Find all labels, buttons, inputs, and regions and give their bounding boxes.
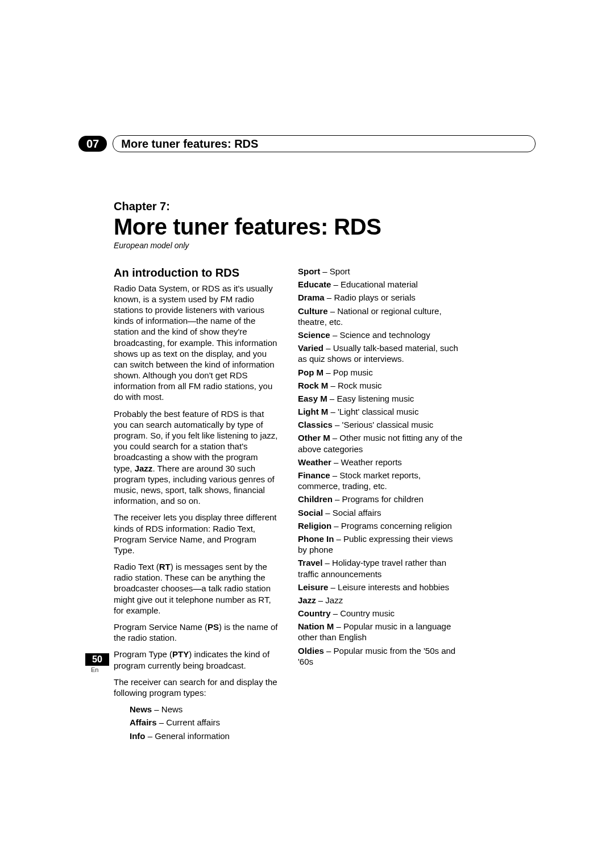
program-type-term: Pop M [298, 368, 323, 377]
page: 07 More tuner features: RDS Chapter 7: M… [0, 0, 614, 868]
text: Program Type ( [114, 649, 172, 659]
program-type-term: Light M [298, 407, 328, 416]
program-type-term: Rock M [298, 381, 328, 390]
program-type-item: Light M – 'Light' classical music [298, 406, 463, 417]
program-type-desc: – Pop music [323, 368, 373, 377]
program-type-desc: – Leisure interests and hobbies [328, 582, 449, 592]
program-type-desc: – 'Light' classical music [328, 407, 418, 416]
section-heading: An introduction to RDS [114, 266, 279, 281]
program-type-term: Other M [298, 433, 330, 443]
program-type-item: Easy M – Easy listening music [298, 393, 463, 404]
program-type-item: Children – Programs for children [298, 494, 463, 504]
running-header: 07 More tuner features: RDS [78, 135, 536, 152]
program-type-term: Nation M [298, 621, 334, 631]
program-type-desc: – Sport [320, 266, 350, 276]
program-type-item: Culture – National or regional culture, … [298, 306, 463, 327]
program-type-item: Educate – Educational material [298, 279, 463, 290]
program-type-item: Country – Country music [298, 608, 463, 619]
program-type-item: Oldies – Popular music from the '50s and… [298, 645, 463, 667]
program-type-term: Leisure [298, 582, 328, 592]
page-number-badge: 50 [85, 653, 109, 666]
program-type-term: Country [298, 608, 331, 618]
program-type-item: Religion – Programs concerning religion [298, 520, 463, 531]
program-type-item: Other M – Other music not fitting any of… [298, 432, 463, 454]
program-type-desc: – Jazz [316, 595, 343, 605]
program-type-term: Phone In [298, 534, 334, 544]
program-type-term: Varied [298, 343, 323, 353]
program-type-term: Classics [298, 420, 333, 429]
program-type-item: Classics – 'Serious' classical music [298, 419, 463, 430]
program-type-term: Oldies [298, 646, 324, 656]
bold-term: PTY [172, 649, 189, 659]
program-type-desc: – News [152, 704, 182, 714]
program-type-desc: – Radio plays or serials [325, 293, 416, 302]
text: Program Service Name ( [114, 622, 208, 632]
program-type-term: Drama [298, 293, 325, 302]
paragraph: Radio Data System, or RDS as it's usuall… [114, 283, 279, 403]
program-type-term: Educate [298, 279, 331, 289]
chapter-title: More tuner features: RDS [114, 214, 534, 240]
program-type-term: Travel [298, 558, 322, 567]
bold-term: PS [208, 622, 219, 632]
paragraph: Radio Text (RT) is messages sent by the … [114, 561, 279, 616]
program-type-item: Finance – Stock market reports, commerce… [298, 470, 463, 491]
program-type-item: Leisure – Leisure interests and hobbies [298, 582, 463, 592]
program-type-desc: – Programs for children [333, 494, 424, 504]
program-type-term: Finance [298, 470, 330, 480]
program-type-term: Info [130, 731, 146, 741]
paragraph: Probably the best feature of RDS is that… [114, 408, 279, 507]
program-type-term: Jazz [298, 595, 316, 605]
program-type-desc: – Country music [331, 608, 395, 618]
chapter-label: Chapter 7: [114, 200, 534, 213]
program-type-item: Rock M – Rock music [298, 380, 463, 391]
program-type-item: News – News [130, 704, 279, 715]
program-type-term: Sport [298, 266, 320, 276]
paragraph: The receiver can search for and display … [114, 677, 279, 698]
program-types-right: Sport – SportEducate – Educational mater… [298, 266, 463, 667]
program-type-item: Nation M – Popular music in a language o… [298, 621, 463, 642]
content-area: Chapter 7: More tuner features: RDS Euro… [114, 200, 534, 744]
bold-term: Jazz [135, 464, 153, 473]
paragraph: Program Type (PTY) indicates the kind of… [114, 649, 279, 670]
program-type-item: Travel – Holiday-type travel rather than… [298, 557, 463, 579]
paragraph: The receiver lets you display three diff… [114, 512, 279, 556]
program-types-left: News – NewsAffairs – Current affairsInfo… [114, 704, 279, 741]
program-type-term: News [130, 704, 152, 714]
program-type-term: Children [298, 494, 333, 504]
program-type-desc: – Current affairs [157, 717, 220, 727]
program-type-desc: – Programs concerning religion [331, 521, 452, 531]
program-type-item: Sport – Sport [298, 266, 463, 277]
language-label: En [91, 666, 98, 673]
program-type-term: Easy M [298, 394, 327, 403]
body-columns: An introduction to RDS Radio Data System… [114, 266, 534, 744]
program-type-desc: – 'Serious' classical music [333, 420, 433, 429]
right-column: Sport – SportEducate – Educational mater… [298, 266, 463, 744]
program-type-term: Science [298, 330, 330, 340]
left-column: An introduction to RDS Radio Data System… [114, 266, 279, 744]
chapter-subtitle: European model only [114, 241, 534, 250]
program-type-item: Affairs – Current affairs [130, 717, 279, 728]
text: Radio Text ( [114, 562, 159, 571]
program-type-item: Pop M – Pop music [298, 367, 463, 378]
running-title: More tuner features: RDS [113, 135, 536, 152]
program-type-term: Religion [298, 521, 331, 531]
program-type-item: Varied – Usually talk-based material, su… [298, 343, 463, 364]
program-type-desc: – General information [146, 731, 230, 741]
program-type-item: Drama – Radio plays or serials [298, 292, 463, 303]
program-type-item: Weather – Weather reports [298, 457, 463, 468]
program-type-term: Culture [298, 306, 328, 316]
program-type-term: Weather [298, 457, 331, 467]
program-type-item: Jazz – Jazz [298, 595, 463, 606]
paragraph: Program Service Name (PS) is the name of… [114, 621, 279, 643]
program-type-desc: – Rock music [328, 381, 381, 390]
program-type-desc: – Science and technology [330, 330, 430, 340]
program-type-desc: – Weather reports [331, 457, 402, 467]
program-type-item: Science – Science and technology [298, 329, 463, 340]
bold-term: RT [159, 562, 171, 571]
program-type-term: Social [298, 508, 323, 518]
program-type-desc: – Educational material [331, 279, 418, 289]
program-type-item: Info – General information [130, 731, 279, 741]
program-type-item: Social – Social affairs [298, 507, 463, 518]
program-type-item: Phone In – Public expressing their views… [298, 533, 463, 555]
program-type-term: Affairs [130, 717, 157, 727]
